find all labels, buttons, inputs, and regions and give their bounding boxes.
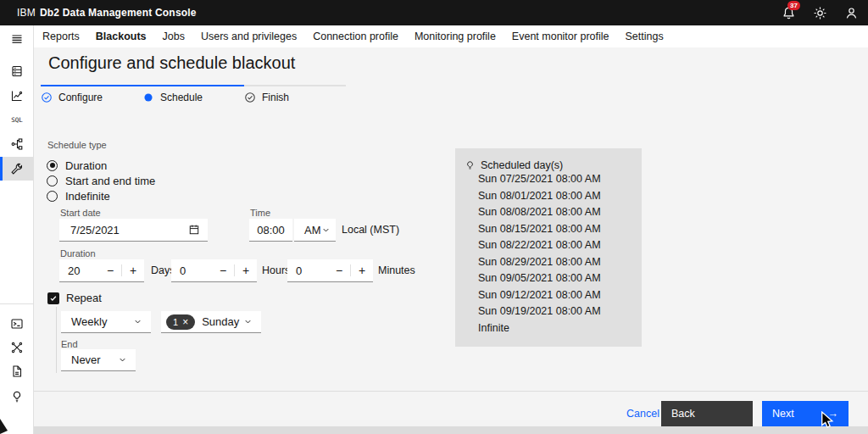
radio-duration[interactable]: Duration xyxy=(47,158,107,173)
scheduled-day: Sun 07/25/2021 08:00 AM xyxy=(478,173,601,185)
chevron-down-icon xyxy=(243,317,253,326)
tab-reports[interactable]: Reports xyxy=(42,31,80,42)
hours-stepper[interactable]: 0 − + xyxy=(171,259,257,282)
radio-label: Indefinite xyxy=(65,190,110,203)
radio-indefinite[interactable]: Indefinite xyxy=(47,188,110,203)
sidebar-item-databases[interactable] xyxy=(0,59,34,83)
scheduled-day: Sun 08/08/2021 08:00 AM xyxy=(478,206,601,218)
time-input[interactable]: 08:00 xyxy=(249,219,292,242)
time-label: Time xyxy=(250,208,270,218)
meridiem-value: AM xyxy=(304,224,321,236)
footer-divider xyxy=(34,391,868,392)
days-decrement-button[interactable]: − xyxy=(99,264,121,277)
minutes-decrement-button[interactable]: − xyxy=(328,264,350,277)
repeat-checkbox[interactable]: Repeat xyxy=(47,292,102,304)
scheduled-days-panel: Scheduled day(s) Sun 07/25/2021 08:00 AM… xyxy=(455,148,642,347)
tab-users-and-privileges[interactable]: Users and privileges xyxy=(201,31,297,42)
weekday-multiselect[interactable]: 1 × Sunday xyxy=(161,311,261,333)
notifications-button[interactable]: 37 xyxy=(780,4,797,21)
sidebar-item-monitor[interactable] xyxy=(0,84,34,108)
progress-indicator: Configure Schedule Finish xyxy=(41,85,346,103)
schedule-type-label: Schedule type xyxy=(47,140,107,150)
brand-prefix: IBM xyxy=(17,7,36,19)
end-value: Never xyxy=(71,353,101,366)
start-date-label: Start date xyxy=(60,208,101,218)
time-value: 08:00 xyxy=(257,224,285,236)
theme-toggle-button[interactable] xyxy=(811,4,828,21)
repeat-label: Repeat xyxy=(66,292,102,304)
next-button[interactable]: Next → xyxy=(762,401,849,426)
svg-text:SQL: SQL xyxy=(11,116,23,124)
frequency-select[interactable]: Weekly xyxy=(61,311,151,333)
scheduled-day: Sun 09/05/2021 08:00 AM xyxy=(478,272,601,284)
terminal-icon xyxy=(10,317,24,331)
arrow-right-icon: → xyxy=(828,408,839,420)
scheduled-day: Sun 09/12/2021 08:00 AM xyxy=(478,289,601,301)
step-current-icon xyxy=(142,92,154,103)
radio-start-and-end-time[interactable]: Start and end time xyxy=(47,173,155,188)
hours-increment-button[interactable]: + xyxy=(235,264,257,277)
minutes-unit-label: Minutes xyxy=(378,264,415,276)
scheduled-infinite: Infinite xyxy=(478,322,509,334)
calendar-icon[interactable] xyxy=(188,224,200,236)
frequency-value: Weekly xyxy=(71,315,107,328)
sidebar-item-help[interactable] xyxy=(0,385,34,409)
timezone-label: Local (MST) xyxy=(342,224,399,236)
next-button-label: Next xyxy=(772,408,794,420)
sql-icon: SQL xyxy=(9,113,25,126)
hamburger-icon xyxy=(10,32,24,46)
step-label: Configure xyxy=(58,92,103,103)
scheduled-days-title: Scheduled day(s) xyxy=(481,159,563,171)
tab-blackouts[interactable]: Blackouts xyxy=(96,31,147,42)
end-label: End xyxy=(61,339,78,349)
sidebar-divider xyxy=(0,303,34,304)
days-increment-button[interactable]: + xyxy=(122,264,144,277)
scheduled-days-header: Scheduled day(s) xyxy=(465,159,563,171)
hierarchy-icon xyxy=(10,137,24,151)
days-stepper[interactable]: 20 − + xyxy=(59,259,144,282)
selected-count-tag[interactable]: 1 × xyxy=(166,314,195,330)
duration-label: Duration xyxy=(60,248,96,259)
sidebar-item-console[interactable] xyxy=(0,312,34,336)
sidebar-item-topology[interactable] xyxy=(0,132,34,156)
days-value: 20 xyxy=(59,264,99,277)
sidebar-item-reports-doc[interactable] xyxy=(0,359,34,383)
minutes-stepper[interactable]: 0 − + xyxy=(287,259,373,282)
back-button-label: Back xyxy=(671,408,695,420)
end-select[interactable]: Never xyxy=(61,349,136,371)
app-brand: IBMDb2 Data Management Console xyxy=(0,7,197,19)
corner-artifact xyxy=(0,417,10,434)
back-button[interactable]: Back xyxy=(661,401,753,426)
radio-label: Duration xyxy=(65,159,107,172)
tab-monitoring-profile[interactable]: Monitoring profile xyxy=(415,31,496,42)
tab-event-monitor-profile[interactable]: Event monitor profile xyxy=(512,31,609,42)
minutes-increment-button[interactable]: + xyxy=(351,264,373,277)
tag-close-icon[interactable]: × xyxy=(182,316,188,328)
step-schedule[interactable]: Schedule xyxy=(142,85,244,103)
sidebar-item-sql-editor[interactable]: SQL xyxy=(0,108,34,131)
notification-count-badge: 37 xyxy=(787,1,800,10)
radio-unselected-icon xyxy=(47,191,58,202)
start-date-input[interactable]: 7/25/2021 xyxy=(59,219,208,242)
checkbox-checked-icon xyxy=(47,292,59,304)
scheduled-day: Sun 09/19/2021 08:00 AM xyxy=(478,305,601,317)
scheduled-day: Sun 08/15/2021 08:00 AM xyxy=(478,223,601,235)
sidebar-item-connections[interactable] xyxy=(0,336,34,359)
tab-jobs[interactable]: Jobs xyxy=(163,31,185,42)
hours-decrement-button[interactable]: − xyxy=(212,264,234,277)
tab-connection-profile[interactable]: Connection profile xyxy=(313,31,398,42)
tab-settings[interactable]: Settings xyxy=(625,31,663,42)
database-icon xyxy=(10,64,24,78)
step-configure[interactable]: Configure xyxy=(41,85,142,103)
user-profile-button[interactable] xyxy=(843,4,860,21)
menu-toggle-button[interactable] xyxy=(0,27,34,51)
scheduled-day: Sun 08/01/2021 08:00 AM xyxy=(478,190,601,202)
step-finish[interactable]: Finish xyxy=(244,85,346,103)
repeat-group-indent-line xyxy=(56,307,57,373)
document-icon xyxy=(10,364,24,378)
meridiem-select[interactable]: AM xyxy=(294,219,336,242)
sidebar-item-tools-active[interactable] xyxy=(0,157,34,181)
radio-unselected-icon xyxy=(47,175,58,186)
cancel-button[interactable]: Cancel xyxy=(626,408,659,420)
hours-unit-label: Hours xyxy=(262,264,290,276)
